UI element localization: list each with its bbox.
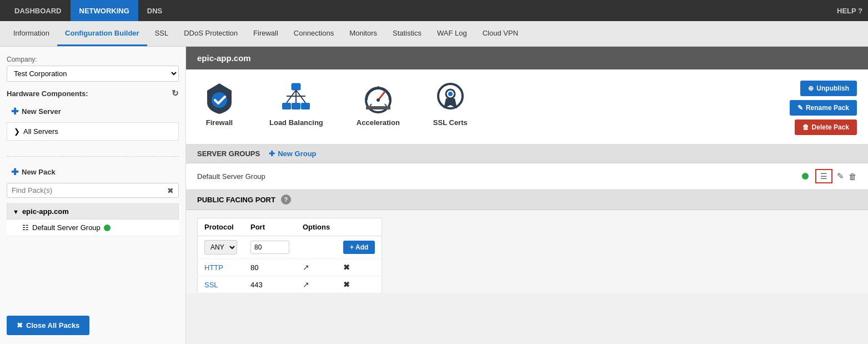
port-header: Port — [244, 218, 296, 236]
default-server-group-row: Default Server Group ☰ ✎ 🗑 — [186, 163, 868, 190]
close-all-packs-button[interactable]: ✖ Close All Packs — [7, 316, 89, 335]
tab-waf-log[interactable]: WAF Log — [429, 21, 475, 46]
tab-monitors[interactable]: Monitors — [342, 21, 385, 46]
tab-ddos-protection[interactable]: DDoS Protection — [176, 21, 245, 46]
table-row: HTTP 80 ↗ ✖ — [198, 259, 382, 276]
new-server-label: New Server — [22, 107, 61, 116]
new-server-button[interactable]: ✚ New Server — [7, 103, 179, 120]
tab-ssl[interactable]: SSL — [147, 21, 177, 46]
top-nav: DASHBOARD NETWORKING DNS HELP ? — [0, 0, 868, 21]
help-question-mark[interactable]: ? — [281, 195, 291, 205]
delete-pack-button[interactable]: 🗑 Delete Pack — [795, 119, 857, 135]
add-row: ANY + Add — [198, 236, 382, 259]
find-packs-input[interactable] — [7, 183, 163, 197]
table-row: SSL 443 ↗ ✖ — [198, 276, 382, 293]
group-item-default[interactable]: ☷ Default Server Group — [7, 220, 179, 236]
public-facing-port-header: PUBLIC FACING PORT ? — [186, 190, 868, 210]
load-balancing-icon-item[interactable]: Load Balancing — [269, 81, 323, 127]
close-all-icon: ✖ — [17, 321, 23, 330]
port-input[interactable] — [250, 241, 289, 254]
nav-dns[interactable]: DNS — [138, 0, 171, 21]
new-group-button[interactable]: ✚ New Group — [269, 149, 316, 158]
acceleration-icon-item[interactable]: Acceleration — [357, 81, 400, 127]
nav-networking[interactable]: NETWORKING — [71, 0, 138, 21]
svg-point-11 — [377, 98, 380, 102]
firewall-icon-item[interactable]: Firewall — [203, 81, 236, 127]
port-443: 443 — [244, 276, 296, 293]
pack-header: epic-app.com — [186, 47, 868, 69]
svg-line-12 — [370, 104, 372, 106]
rename-pack-label: Rename Pack — [806, 104, 849, 112]
group-actions: ☰ ✎ 🗑 — [815, 169, 857, 183]
pack-item-epic-app[interactable]: ▼ epic-app.com — [7, 203, 179, 220]
hardware-section: Hardware Components: ↻ — [7, 88, 179, 98]
svg-line-14 — [385, 104, 387, 106]
edit-icon: ✎ — [797, 104, 803, 112]
tab-statistics[interactable]: Statistics — [385, 21, 429, 46]
pack-top-row: Firewall Load Balancing — [186, 69, 868, 144]
unpublish-label: Unpublish — [816, 84, 849, 92]
load-balancing-label: Load Balancing — [269, 118, 323, 127]
public-port-title: PUBLIC FACING PORT — [197, 196, 275, 204]
main-layout: Company: Test Corporation Hardware Compo… — [0, 47, 868, 344]
firewall-label: Firewall — [206, 118, 233, 127]
refresh-icon[interactable]: ↻ — [172, 88, 179, 98]
chevron-right-icon: ❯ — [14, 127, 20, 136]
acceleration-icon — [362, 81, 395, 114]
clear-search-icon[interactable]: ✖ — [163, 186, 178, 195]
status-dot — [104, 225, 111, 231]
protocol-ssl[interactable]: SSL — [204, 281, 218, 289]
group-name-label: Default Server Group — [32, 223, 101, 232]
group-menu-button[interactable]: ☰ — [815, 169, 832, 183]
tab-information[interactable]: Information — [6, 21, 57, 46]
ssl-certs-icon — [434, 81, 467, 114]
tab-connections[interactable]: Connections — [286, 21, 342, 46]
port-table: Protocol Port Options ANY — [197, 218, 382, 293]
pack-right-buttons: ⊕ Unpublish ✎ Rename Pack 🗑 Delete Pack — [774, 81, 857, 135]
all-servers-item[interactable]: ❯ All Servers — [7, 122, 179, 141]
new-group-label: New Group — [278, 149, 316, 158]
caret-down-icon: ▼ — [13, 208, 19, 215]
options-external-link-icon-0[interactable]: ↗ — [303, 263, 309, 272]
ssl-certs-icon-item[interactable]: SSL Certs — [433, 81, 468, 127]
protocol-select[interactable]: ANY — [204, 240, 237, 255]
server-groups-header: SERVER GROUPS ✚ New Group — [186, 144, 868, 163]
nav-dashboard[interactable]: DASHBOARD — [6, 0, 71, 21]
unpublish-icon: ⊕ — [808, 84, 814, 92]
options-external-link-icon-1[interactable]: ↗ — [303, 280, 309, 289]
secondary-tabs: Information Configuration Builder SSL DD… — [0, 21, 868, 47]
new-pack-button[interactable]: ✚ New Pack — [7, 163, 179, 181]
group-delete-button[interactable]: 🗑 — [849, 172, 857, 181]
port-80: 80 — [244, 259, 296, 276]
ssl-certs-label: SSL Certs — [433, 118, 468, 127]
svg-rect-2 — [282, 103, 291, 109]
close-all-label: Close All Packs — [26, 321, 79, 330]
svg-rect-15 — [366, 106, 390, 109]
firewall-icon — [203, 81, 236, 114]
group-edit-button[interactable]: ✎ — [837, 171, 844, 181]
unpublish-button[interactable]: ⊕ Unpublish — [800, 81, 857, 96]
delete-row-0-button[interactable]: ✖ — [343, 263, 350, 272]
help-link[interactable]: HELP ? — [837, 7, 862, 15]
action-header — [337, 218, 382, 236]
trash-icon: 🗑 — [802, 123, 809, 131]
company-label: Company: — [7, 56, 179, 63]
company-select[interactable]: Test Corporation — [7, 66, 179, 82]
load-balancing-icon — [279, 81, 313, 114]
new-group-plus-icon: ✚ — [269, 149, 275, 158]
svg-rect-1 — [292, 83, 300, 90]
tab-firewall[interactable]: Firewall — [245, 21, 286, 46]
add-port-button[interactable]: + Add — [343, 241, 375, 254]
svg-rect-3 — [292, 103, 300, 109]
content-area: epic-app.com Firewall — [186, 47, 868, 344]
public-facing-port-section: PUBLIC FACING PORT ? Protocol Port Optio… — [186, 190, 868, 293]
svg-rect-4 — [301, 103, 310, 109]
options-header: Options — [296, 218, 337, 236]
delete-row-1-button[interactable]: ✖ — [343, 280, 350, 289]
rename-pack-button[interactable]: ✎ Rename Pack — [790, 100, 857, 116]
tab-configuration-builder[interactable]: Configuration Builder — [57, 21, 147, 46]
protocol-http[interactable]: HTTP — [204, 263, 223, 272]
new-pack-label: New Pack — [22, 168, 56, 176]
tab-cloud-vpn[interactable]: Cloud VPN — [475, 21, 526, 46]
pack-title: epic-app.com — [197, 53, 251, 63]
